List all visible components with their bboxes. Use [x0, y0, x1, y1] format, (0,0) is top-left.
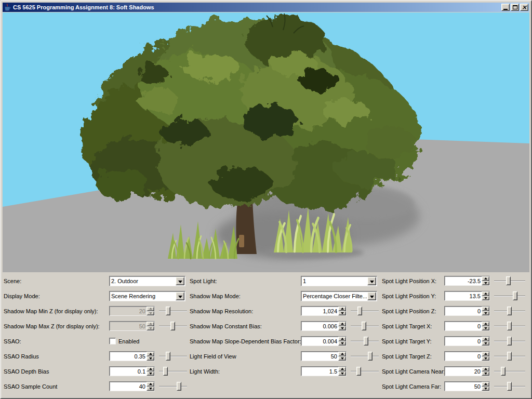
shadow-map-constant-bias-spinner[interactable]: 0.006	[301, 321, 347, 331]
spot-light-position-y-spinner[interactable]: 13.5	[444, 291, 490, 301]
spinner-value[interactable]: 50	[301, 352, 338, 361]
ssao-enabled-checkbox[interactable]	[109, 338, 116, 344]
spinner-down-button[interactable]	[338, 356, 346, 361]
slider-thumb[interactable]	[507, 307, 512, 315]
title-bar[interactable]: CS 5625 Programming Assignment 8: Soft S…	[3, 3, 529, 12]
spinner-up-button[interactable]	[338, 367, 346, 371]
spinner-value[interactable]: 20	[110, 307, 147, 315]
slider-thumb[interactable]	[506, 276, 511, 285]
spot-light-camera-far-slider[interactable]	[494, 381, 526, 391]
spinner-up-button[interactable]	[482, 337, 489, 341]
spot-light-position-x-slider[interactable]	[494, 276, 526, 286]
slider-thumb[interactable]	[507, 382, 512, 391]
spinner-value[interactable]: 0	[445, 322, 482, 330]
spinner-up-button[interactable]	[338, 352, 346, 356]
ssao-depth-bias-spinner[interactable]: 0.1	[109, 366, 155, 376]
slider-thumb[interactable]	[507, 352, 512, 361]
spinner-value[interactable]: 0	[445, 337, 482, 345]
spinner-down-button[interactable]	[482, 356, 489, 361]
light-width-slider[interactable]	[350, 366, 379, 376]
spinner-up-button[interactable]	[147, 352, 154, 356]
spot-light-target-x-spinner[interactable]: 0	[444, 321, 490, 331]
slider-thumb[interactable]	[357, 307, 362, 315]
slider-thumb[interactable]	[163, 367, 168, 376]
spinner-up-button[interactable]	[482, 291, 489, 296]
spot-light-position-y-slider[interactable]	[494, 291, 526, 301]
spinner-down-button[interactable]	[338, 311, 346, 316]
shadow-map-slope-bias-spinner[interactable]: 0.004	[301, 336, 347, 346]
shadow-map-resolution-spinner[interactable]: 1,024	[301, 306, 347, 316]
spot-light-target-y-spinner[interactable]: 0	[444, 336, 490, 346]
shadow-map-slope-bias-slider[interactable]	[350, 336, 379, 346]
slider-thumb[interactable]	[501, 367, 506, 376]
spinner-up-button[interactable]	[482, 352, 489, 356]
shadow-map-mode-select[interactable]: Percentage Closer Filte...	[301, 291, 377, 301]
spot-light-target-z-spinner[interactable]: 0	[444, 351, 490, 361]
slider-thumb[interactable]	[166, 307, 170, 315]
spinner-up-button[interactable]	[482, 276, 489, 281]
spinner-down-button[interactable]	[147, 356, 154, 361]
spinner-up-button[interactable]	[482, 307, 489, 311]
spinner-down-button[interactable]	[147, 311, 154, 316]
spinner-down-button[interactable]	[482, 341, 489, 346]
spinner-value[interactable]: 50	[445, 382, 482, 391]
spinner-down-button[interactable]	[482, 387, 489, 391]
spinner-down-button[interactable]	[482, 326, 489, 331]
spinner-down-button[interactable]	[338, 371, 346, 376]
slider-thumb[interactable]	[368, 352, 373, 361]
light-fov-spinner[interactable]: 50	[301, 351, 347, 361]
spinner-up-button[interactable]	[482, 367, 489, 371]
ssao-radius-spinner[interactable]: 0.35	[109, 351, 155, 361]
scene-select[interactable]: 2. Outdoor	[109, 276, 185, 286]
spinner-up-button[interactable]	[482, 382, 489, 387]
ssao-sample-count-spinner[interactable]: 40	[109, 381, 155, 391]
spinner-down-button[interactable]	[482, 371, 489, 376]
spinner-up-button[interactable]	[147, 367, 154, 371]
spinner-up-button[interactable]	[147, 382, 154, 387]
spinner-value[interactable]: 0.35	[110, 352, 147, 361]
slider-thumb[interactable]	[177, 382, 181, 391]
spinner-value[interactable]: 0.1	[110, 367, 147, 376]
spinner-value[interactable]: 13.5	[445, 291, 482, 300]
spinner-value[interactable]: 0	[445, 352, 482, 361]
spinner-down-button[interactable]	[338, 341, 346, 346]
spot-light-target-y-slider[interactable]	[494, 336, 526, 346]
spot-light-camera-near-slider[interactable]	[494, 366, 526, 376]
spinner-value[interactable]: 0	[445, 307, 482, 315]
slider-thumb[interactable]	[364, 337, 368, 345]
spinner-value[interactable]: 20	[445, 367, 482, 376]
shadow-map-resolution-slider[interactable]	[350, 306, 379, 316]
ssao-radius-slider[interactable]	[158, 351, 188, 361]
spot-light-camera-far-spinner[interactable]: 50	[444, 381, 490, 391]
spinner-up-button[interactable]	[147, 322, 154, 326]
spinner-up-button[interactable]	[338, 307, 346, 311]
spinner-value[interactable]: 0.006	[301, 322, 338, 330]
shadow-map-max-z-spinner[interactable]: 50	[109, 321, 155, 331]
spinner-down-button[interactable]	[147, 326, 154, 331]
slider-thumb[interactable]	[362, 322, 366, 330]
spinner-value[interactable]: 1.5	[301, 367, 338, 376]
ssao-depth-bias-slider[interactable]	[158, 366, 188, 376]
spot-light-position-z-spinner[interactable]: 0	[444, 306, 490, 316]
shadow-map-mode-dropdown-button[interactable]	[367, 292, 376, 300]
spinner-down-button[interactable]	[147, 371, 154, 376]
spot-light-camera-near-spinner[interactable]: 20	[444, 366, 490, 376]
shadow-map-min-z-spinner[interactable]: 20	[109, 306, 155, 316]
spinner-value[interactable]: 50	[110, 322, 147, 330]
display-mode-select[interactable]: Scene Rendering	[109, 291, 185, 301]
spot-light-position-z-slider[interactable]	[494, 306, 526, 316]
spinner-down-button[interactable]	[482, 296, 489, 301]
spinner-up-button[interactable]	[338, 322, 346, 326]
scene-dropdown-button[interactable]	[176, 277, 184, 285]
spinner-value[interactable]: 40	[110, 382, 147, 391]
minimize-button[interactable]	[501, 4, 510, 11]
viewport-3d[interactable]	[3, 12, 529, 272]
spot-light-target-x-slider[interactable]	[494, 321, 526, 331]
spinner-up-button[interactable]	[147, 307, 154, 311]
slider-thumb[interactable]	[513, 291, 517, 300]
display-mode-dropdown-button[interactable]	[176, 292, 184, 300]
maximize-button[interactable]	[511, 4, 519, 11]
spinner-up-button[interactable]	[482, 322, 489, 326]
spot-light-target-z-slider[interactable]	[494, 351, 526, 361]
spinner-value[interactable]: 1,024	[301, 307, 338, 315]
